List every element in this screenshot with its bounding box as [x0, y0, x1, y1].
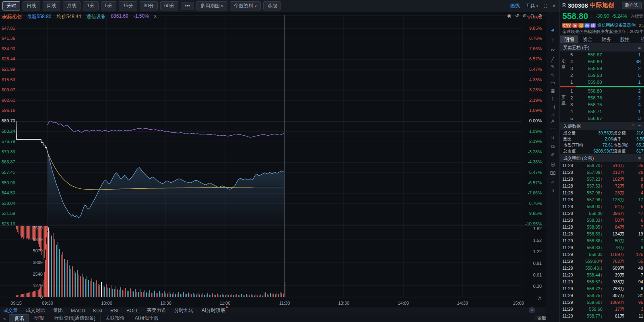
legend-close-icon[interactable]: x — [154, 13, 157, 20]
order-book-row[interactable]: 3558.754 — [560, 101, 644, 108]
period-tab-60分[interactable]: 60分 — [160, 1, 178, 10]
undo-icon[interactable]: ↺ — [515, 13, 519, 19]
text-tool-icon[interactable]: A — [546, 119, 559, 124]
trade-row[interactable]: 11:29558.57↑938万94 — [560, 279, 644, 285]
indicator-tab-成交量[interactable]: 成交量 — [3, 307, 18, 314]
parallel-lines-icon[interactable]: ≣ — [546, 88, 559, 94]
order-book-row[interactable]: 1559.001 — [560, 79, 644, 86]
trade-row[interactable]: 11:29558.43⇊609万49 — [560, 265, 644, 272]
copy-icon[interactable]: ⧉ — [546, 144, 559, 149]
period-tab-分时[interactable]: 分时 — [2, 1, 20, 10]
delete-icon[interactable]: ⌧ — [546, 170, 559, 176]
indicator-tab-分时九转[interactable]: 分时九转 — [174, 307, 194, 314]
indicator-tab-RSI[interactable]: RSI — [110, 308, 118, 314]
menu-icon[interactable]: ≡ — [638, 156, 641, 161]
trade-row[interactable]: 11:29558.77↓61万11 — [560, 313, 644, 320]
remove-watchlist-button[interactable]: 删自选 — [622, 2, 642, 9]
visibility-icon[interactable]: ◎ — [546, 161, 559, 167]
trade-row[interactable]: 11:29559.98⇈762万55 — [560, 258, 644, 265]
screenshot-icon[interactable] — [529, 307, 535, 313]
timeshare-chart[interactable] — [0, 12, 546, 300]
order-book-row[interactable]: 4559.6048 — [560, 58, 644, 65]
order-book-row[interactable]: 5559.671 — [560, 52, 644, 58]
trade-row[interactable]: 11:29558.75↑307万31 — [560, 292, 644, 299]
indicator-tab-买卖力道[interactable]: 买卖力道 — [147, 307, 166, 314]
indicator-tab-BOLL[interactable]: BOLL — [126, 308, 139, 314]
order-book-row[interactable]: 4558.711 — [560, 108, 644, 115]
tools-dropdown[interactable]: 工具▾ — [525, 2, 538, 9]
menu-icon[interactable]: ≡ — [638, 45, 641, 50]
panel-tab-股性[interactable]: 股性 — [615, 35, 634, 43]
trade-row[interactable]: 11:29558.44↑39万7 — [560, 272, 644, 279]
link-icon[interactable]: ∾ — [546, 47, 559, 53]
order-book-row[interactable]: 1558.802 — [560, 88, 644, 95]
arc-icon[interactable]: ∪ — [546, 135, 559, 140]
period-tab-1分[interactable]: 1分 — [83, 1, 99, 10]
period-tab-多周期图[interactable]: 多周期图 ∨ — [196, 1, 227, 10]
brush-icon[interactable]: ⌇ — [546, 96, 559, 102]
rectangle-icon[interactable]: ▭ — [546, 80, 559, 86]
panel-tab-资金[interactable]: 资金 — [578, 35, 597, 43]
trade-row[interactable]: 11:28557.09↑212万26 — [560, 169, 644, 176]
trade-row[interactable]: 11:28558.33↑50万6 — [560, 217, 644, 224]
bottom-tab-关联报价[interactable]: 关联报价 — [100, 314, 130, 322]
draw-line-button[interactable]: 画线 — [510, 2, 520, 9]
indicator-tab-成交对比[interactable]: 成交对比 — [26, 307, 45, 314]
period-tab-30分[interactable]: 30分 — [140, 1, 158, 10]
panel-collapse-icon[interactable]: » — [553, 3, 555, 9]
edit-icon[interactable]: ✐ — [546, 152, 559, 157]
fullscreen-icon[interactable]: ⛶ — [544, 3, 547, 9]
pin-icon[interactable]: ➤ — [546, 23, 559, 37]
trade-row[interactable]: 11:29558.33↓78万8 — [560, 244, 644, 251]
period-tab-日线[interactable]: 日线 — [23, 1, 40, 10]
order-book-row[interactable]: 2558.782 — [560, 95, 644, 101]
panel-tab-明细[interactable]: 明细 — [560, 35, 578, 43]
indicator-tab-AI分时顶底[interactable]: AI分时顶底 — [202, 307, 225, 314]
more-tools-icon[interactable]: ⋯ — [546, 126, 559, 132]
collapse-section-icon[interactable]: ⌃ — [631, 124, 635, 129]
trade-row[interactable]: 11:29558.36↓50万7 — [560, 237, 644, 244]
panel-tab-财务[interactable]: 财务 — [597, 35, 615, 43]
steps-icon[interactable]: ⎍ — [546, 111, 559, 117]
trade-row[interactable]: 11:28558.85↑84万7 — [560, 224, 644, 231]
period-tab-5分[interactable]: 5分 — [101, 1, 117, 10]
order-book-row[interactable]: 2559.585 — [560, 72, 644, 79]
align-top-icon[interactable]: ⊤ — [546, 38, 559, 43]
trendline-icon[interactable]: ╱ — [546, 56, 559, 62]
indicator-tab-量比[interactable]: 量比 — [53, 307, 63, 314]
bottom-tab-资讯[interactable]: 资讯 — [9, 314, 29, 322]
trade-row[interactable]: 11:29559.6017万3 — [560, 306, 644, 313]
period-tab-月线[interactable]: 月线 — [63, 1, 80, 10]
period-tab-诊股[interactable]: 诊股 — [263, 1, 281, 10]
overlay-icon[interactable]: ◉ — [507, 13, 511, 19]
trade-row[interactable]: 11:28557.53↑72万8 — [560, 183, 644, 190]
trade-row[interactable]: 11:29559.60↑1069万95 — [560, 299, 644, 306]
trade-row[interactable]: 11:29558.331189万125 — [560, 251, 644, 258]
trade-row[interactable]: 11:28557.23↑162万8 — [560, 176, 644, 183]
indicator-tab-KDJ[interactable]: KDJ — [93, 308, 102, 314]
bottom-tab-AI相似个股[interactable]: AI相似个股 — [130, 314, 163, 322]
trade-row[interactable]: 11:28556.70↑510万35 — [560, 162, 644, 169]
legend-sector-link[interactable]: 通信设备 — [86, 13, 105, 20]
bottom-tab-行业资讯[通信设备][interactable]: 行业资讯[通信设备] — [49, 314, 100, 322]
trade-row[interactable]: 11:28558.59↓134万19 — [560, 231, 644, 237]
zoom-out-icon[interactable]: ⊖ — [530, 13, 535, 19]
indicator-tab-MACD[interactable]: MACD — [71, 308, 85, 314]
share-icon[interactable]: ⇗ — [546, 179, 559, 185]
period-tab-个股资料[interactable]: 个股资料 ∨ — [230, 1, 261, 10]
trade-row[interactable]: 11:28557.98↑28万4 — [560, 190, 644, 196]
panel-tab-强[interactable]: 强 — [634, 35, 644, 43]
order-book-row[interactable]: 5558.673 — [560, 115, 644, 122]
trade-row[interactable]: 11:28557.96↓123万17 — [560, 196, 644, 203]
trade-row[interactable]: 11:28558.00↑84万5 — [560, 203, 644, 210]
draw-pen-icon[interactable]: ✎ — [546, 64, 559, 70]
help-icon[interactable]: ? — [546, 189, 559, 194]
bottom-tab-研报[interactable]: 研报 — [29, 314, 49, 322]
menu-icon[interactable]: ≡ — [638, 124, 641, 129]
sector-index-link[interactable]: 通信网络设备及器件: — [597, 23, 636, 28]
trade-row[interactable]: 11:28558.00396万47 — [560, 210, 644, 217]
collapse-icon[interactable]: « — [3, 316, 6, 321]
period-tab-15分[interactable]: 15分 — [119, 1, 137, 10]
order-book-row[interactable]: 3559.592 — [560, 65, 644, 72]
period-tab-周线[interactable]: 周线 — [43, 1, 60, 10]
